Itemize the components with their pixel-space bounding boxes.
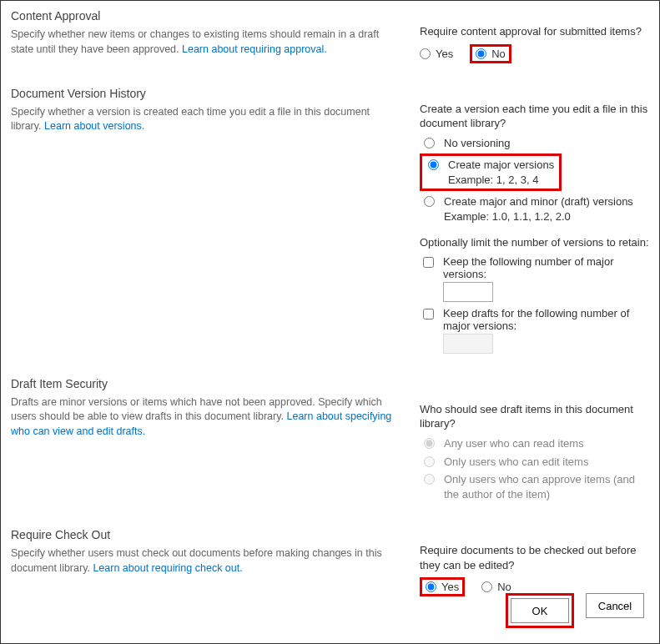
version-limit-label: Optionally limit the number of versions … bbox=[420, 235, 649, 250]
section-version-history: Document Version History Specify whether… bbox=[11, 87, 649, 354]
link-requiring-approval[interactable]: Learn about requiring approval. bbox=[182, 43, 327, 55]
draft-question: Who should see draft items in this docum… bbox=[420, 402, 649, 431]
draft-security-title: Draft Item Security bbox=[11, 377, 403, 390]
radio-ds-edit bbox=[424, 456, 435, 467]
version-history-title: Document Version History bbox=[11, 87, 403, 100]
link-checkout[interactable]: Learn about requiring check out. bbox=[93, 562, 242, 574]
checkout-no[interactable]: No bbox=[481, 581, 511, 593]
radio-co-no[interactable] bbox=[481, 581, 492, 592]
settings-panel: Content Approval Specify whether new ite… bbox=[0, 0, 660, 644]
section-draft-security: Draft Item Security Drafts are minor ver… bbox=[11, 377, 649, 505]
highlight-ver-major: Create major versions Example: 1, 2, 3, … bbox=[420, 153, 562, 191]
radio-ds-any bbox=[424, 438, 435, 449]
content-approval-question: Require content approval for submitted i… bbox=[420, 24, 649, 39]
checkout-desc: Specify whether users must check out doc… bbox=[11, 546, 403, 576]
chk-draft-versions[interactable]: Keep drafts for the following number of … bbox=[420, 307, 649, 354]
version-opt-minor[interactable]: Create major and minor (draft) versions … bbox=[420, 194, 649, 224]
radio-ds-approve bbox=[424, 474, 435, 485]
section-checkout: Require Check Out Specify whether users … bbox=[11, 528, 649, 596]
version-opt-major[interactable]: Create major versions Example: 1, 2, 3, … bbox=[424, 158, 554, 187]
chk-major-versions[interactable]: Keep the following number of major versi… bbox=[420, 255, 649, 302]
draft-opt-approve: Only users who can approve items (and th… bbox=[420, 472, 649, 501]
checkout-question: Require documents to be checked out befo… bbox=[420, 543, 649, 572]
content-approval-desc: Specify whether new items or changes to … bbox=[11, 28, 403, 57]
radio-ver-major[interactable] bbox=[428, 159, 439, 170]
section-content-approval: Content Approval Specify whether new ite… bbox=[11, 9, 649, 63]
content-approval-yes[interactable]: Yes bbox=[420, 48, 453, 60]
input-draft-count bbox=[443, 334, 493, 354]
highlight-ok: OK bbox=[506, 593, 574, 628]
draft-security-desc: Drafts are minor versions or items which… bbox=[11, 395, 403, 440]
draft-opt-any: Any user who can read items bbox=[420, 436, 649, 451]
radio-ca-no[interactable] bbox=[476, 48, 486, 59]
input-major-count[interactable] bbox=[443, 282, 493, 302]
ok-button[interactable]: OK bbox=[511, 598, 569, 623]
radio-ver-minor[interactable] bbox=[424, 196, 435, 207]
radio-ver-none[interactable] bbox=[424, 138, 435, 148]
checkbox-drafts[interactable] bbox=[423, 309, 434, 319]
cancel-button[interactable]: Cancel bbox=[586, 593, 644, 618]
version-opt-none[interactable]: No versioning bbox=[420, 136, 649, 151]
link-versions[interactable]: Learn about versions. bbox=[44, 120, 144, 132]
checkout-title: Require Check Out bbox=[11, 528, 403, 541]
version-history-desc: Specify whether a version is created eac… bbox=[11, 105, 403, 134]
draft-opt-edit: Only users who can edit items bbox=[420, 455, 649, 470]
version-question: Create a version each time you edit a fi… bbox=[420, 102, 649, 131]
checkout-yes[interactable]: Yes bbox=[426, 581, 459, 593]
highlight-ca-no: No bbox=[470, 44, 511, 63]
button-row: OK Cancel bbox=[506, 593, 644, 628]
highlight-checkout-yes: Yes bbox=[420, 577, 465, 596]
content-approval-title: Content Approval bbox=[11, 9, 403, 23]
content-approval-no[interactable]: No bbox=[476, 48, 506, 60]
radio-ca-yes[interactable] bbox=[420, 48, 431, 59]
radio-co-yes[interactable] bbox=[426, 581, 436, 592]
checkbox-major[interactable] bbox=[423, 257, 434, 268]
